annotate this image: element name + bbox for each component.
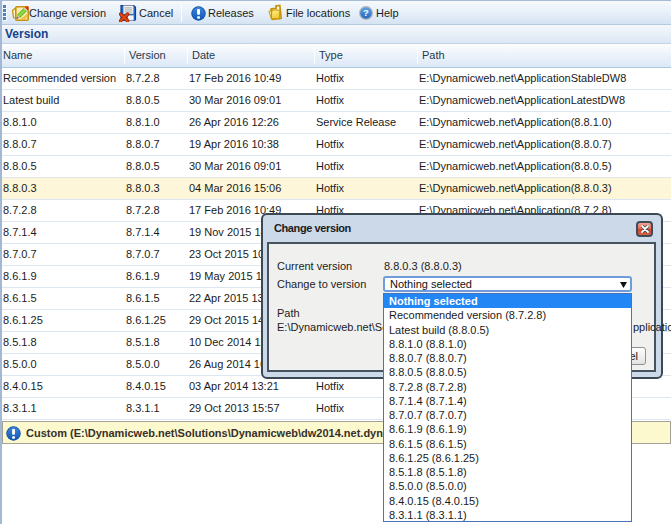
svg-text:?: ? — [363, 7, 369, 18]
